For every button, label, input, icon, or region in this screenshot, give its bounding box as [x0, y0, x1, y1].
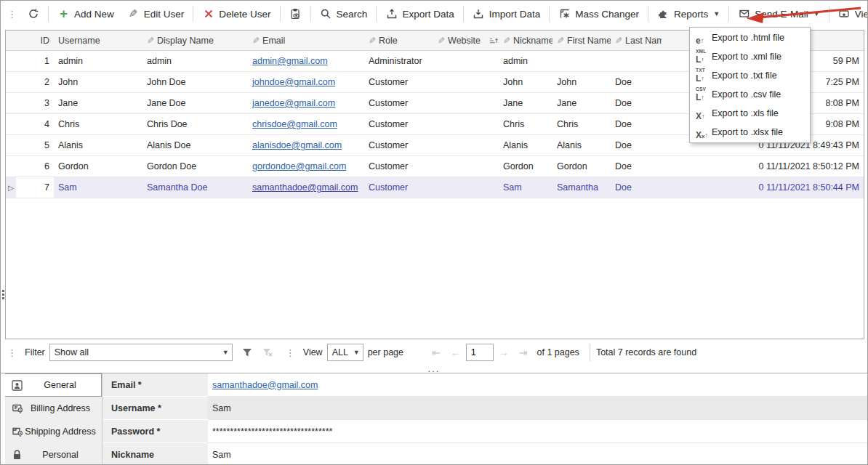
nickname-field[interactable]: Sam: [208, 443, 867, 465]
password-field[interactable]: **********************************: [208, 420, 867, 443]
cell-role[interactable]: Customer: [364, 72, 433, 92]
column-header-username[interactable]: Username: [54, 31, 142, 50]
cell-username[interactable]: Alanis: [54, 135, 142, 155]
email-link[interactable]: chrisdoe@gmail.com: [252, 119, 337, 129]
cell-sort_icon[interactable]: [484, 135, 499, 155]
cell-id[interactable]: 4: [16, 114, 54, 134]
filter-combobox[interactable]: Show all ▼: [49, 344, 233, 361]
column-header-website[interactable]: ✎Website: [433, 31, 484, 50]
cell-username[interactable]: Gordon: [54, 156, 142, 177]
cell-username[interactable]: Sam: [54, 177, 142, 198]
cell-display_name[interactable]: Jane Doe: [142, 93, 248, 113]
cell-email[interactable]: gordondoe@gmail.com: [248, 156, 364, 177]
cell-last_name[interactable]: Doe: [611, 114, 662, 134]
email-link[interactable]: samanthadoe@gmail.com: [212, 380, 318, 390]
cell-id[interactable]: 5: [16, 135, 54, 155]
page-number-input[interactable]: [466, 344, 494, 361]
column-header-first_name[interactable]: ✎First Name: [552, 31, 611, 50]
toolbar-grip[interactable]: ⋮: [4, 9, 20, 20]
cell-username[interactable]: admin: [54, 51, 142, 71]
last-page-button[interactable]: ⇥: [514, 347, 533, 358]
cell-website[interactable]: [433, 135, 484, 155]
cell-username[interactable]: Jane: [54, 93, 142, 113]
cell-sort_icon[interactable]: [484, 51, 499, 71]
cell-sort_icon[interactable]: [484, 72, 499, 92]
cell-email[interactable]: janedoe@gmail.com: [248, 93, 364, 113]
cell-nickname[interactable]: Sam: [499, 177, 552, 198]
cell-first_name[interactable]: [552, 51, 611, 71]
cell-last_name[interactable]: Doe: [611, 135, 662, 155]
cell-last_name[interactable]: Doe: [611, 72, 662, 92]
column-header-nickname[interactable]: ✎Nickname: [499, 31, 552, 50]
cell-nickname[interactable]: John: [499, 72, 552, 92]
export-txt-menu-item[interactable]: TXTL↑Export to .txt file: [690, 66, 810, 85]
cell-display_name[interactable]: Gordon Doe: [142, 156, 248, 177]
cell-sort_icon[interactable]: [484, 177, 499, 198]
export-xls-menu-item[interactable]: X↑Export to .xls file: [690, 104, 810, 123]
export-xlsx-menu-item[interactable]: Xx↑Export to .xlsx file: [690, 123, 810, 142]
cell-last_name[interactable]: Doe: [611, 177, 662, 198]
column-header-display_name[interactable]: ✎Display Name: [142, 31, 248, 50]
cell-first_name[interactable]: Gordon: [552, 156, 611, 177]
search-button[interactable]: Search: [313, 3, 374, 25]
edit-user-button[interactable]: ✎Edit User: [121, 3, 191, 25]
email-link[interactable]: admin@gmail.com: [252, 56, 328, 66]
cell-id[interactable]: 2: [16, 72, 54, 92]
column-header-id[interactable]: ID: [16, 31, 54, 50]
cell-nickname[interactable]: admin: [499, 51, 552, 71]
export-data-button[interactable]: Export Data: [379, 3, 460, 25]
cell-first_name[interactable]: Alanis: [552, 135, 611, 155]
delete-user-button[interactable]: Delete User: [196, 3, 277, 25]
export-html-menu-item[interactable]: e↑Export to .html file: [690, 28, 810, 47]
view-button[interactable]: View▼: [832, 3, 868, 25]
email-link[interactable]: gordondoe@gmail.com: [252, 161, 346, 171]
cell-display_name[interactable]: Alanis Doe: [142, 135, 248, 155]
cell-role[interactable]: Customer: [364, 177, 433, 198]
cell-nickname[interactable]: Gordon: [499, 156, 552, 177]
cell-username[interactable]: John: [54, 72, 142, 92]
cell-website[interactable]: [433, 93, 484, 113]
cell-sort_icon[interactable]: [484, 156, 499, 177]
cell-first_name[interactable]: Samantha: [552, 177, 611, 198]
cell-email[interactable]: samanthadoe@gmail.com: [248, 177, 364, 198]
cell-role[interactable]: Customer: [364, 114, 433, 134]
apply-filter-button[interactable]: [238, 344, 256, 361]
tab-shipping-address[interactable]: Shipping Address: [5, 420, 102, 443]
table-row[interactable]: 6GordonGordon Doegordondoe@gmail.comCust…: [6, 156, 864, 177]
filterbar-grip[interactable]: ⋮: [4, 347, 20, 358]
cell-last_name[interactable]: [611, 51, 662, 71]
refresh-button[interactable]: [20, 3, 46, 25]
cell-username[interactable]: Chris: [54, 114, 142, 134]
column-header-role[interactable]: ✎Role: [364, 31, 433, 50]
cell-first_name[interactable]: Jane: [552, 93, 611, 113]
cell-role[interactable]: Customer: [364, 156, 433, 177]
export-xml-menu-item[interactable]: XMLL↑Export to .xml file: [690, 47, 810, 66]
cell-display_name[interactable]: admin: [142, 51, 248, 71]
cell-id[interactable]: 1: [16, 51, 54, 71]
export-csv-menu-item[interactable]: CSVL↑Export to .csv file: [690, 85, 810, 104]
cell-website[interactable]: [433, 51, 484, 71]
cell-role[interactable]: Customer: [364, 93, 433, 113]
cell-website[interactable]: [433, 72, 484, 92]
cell-display_name[interactable]: John Doe: [142, 72, 248, 92]
pager-grip[interactable]: ⋮: [282, 347, 299, 358]
send-email-button[interactable]: Send E-Mail▼: [731, 3, 826, 25]
cell-email[interactable]: johndoe@gmail.com: [248, 72, 364, 92]
left-splitter-grip[interactable]: [1, 290, 5, 299]
email-link[interactable]: alanisdoe@gmail.com: [252, 140, 342, 150]
cell-id[interactable]: 6: [16, 156, 54, 177]
page-size-combobox[interactable]: ALL ▼: [327, 344, 363, 361]
email-field[interactable]: samanthadoe@gmail.com: [208, 373, 867, 397]
mass-changer-button[interactable]: Mass Changer: [552, 3, 646, 25]
cell-website[interactable]: [433, 114, 484, 134]
next-page-button[interactable]: →: [494, 347, 514, 358]
import-data-button[interactable]: Import Data: [466, 3, 547, 25]
first-page-button[interactable]: ⇤: [427, 347, 446, 358]
cell-website[interactable]: [433, 156, 484, 177]
cell-last_name[interactable]: Doe: [611, 156, 662, 177]
horizontal-splitter-handle[interactable]: ...: [1, 365, 867, 373]
cell-nickname[interactable]: Alanis: [499, 135, 552, 155]
cell-role[interactable]: Customer: [364, 135, 433, 155]
column-header-last_name[interactable]: ✎Last Name: [611, 31, 662, 50]
email-link[interactable]: janedoe@gmail.com: [252, 98, 335, 108]
